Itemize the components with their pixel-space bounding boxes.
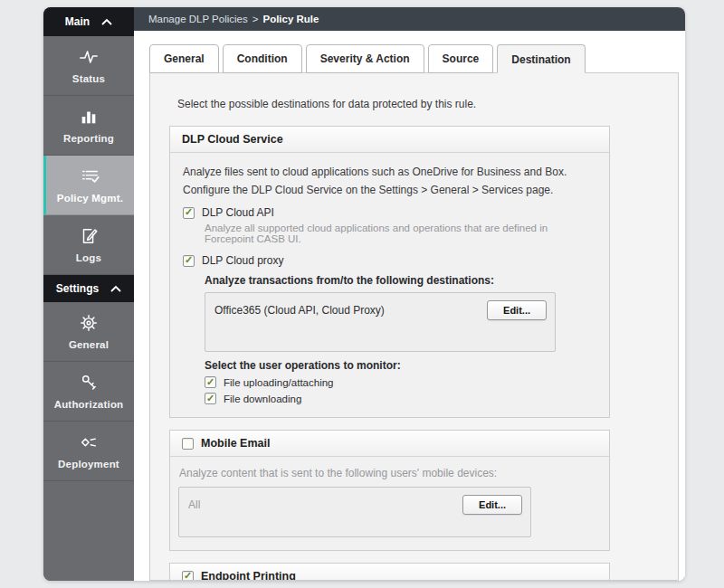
mobile-devices-listbox: All Edit...	[178, 487, 531, 537]
sidebar-item-label: Deployment	[58, 459, 119, 469]
tab-general[interactable]: General	[149, 44, 219, 73]
endpoint-printing-checkbox[interactable]	[182, 571, 194, 582]
sidebar-item-label: Status	[72, 73, 105, 84]
breadcrumb-current: Policy Rule	[262, 14, 319, 24]
cloud-desc-line1: Analyze files sent to cloud applications…	[183, 166, 596, 178]
section-body: Analyze content that is sent to the foll…	[170, 457, 609, 550]
mobile-email-checkbox[interactable]	[182, 438, 194, 450]
note-pencil-icon	[79, 226, 99, 246]
file-downloading-label: File downloading	[224, 394, 301, 404]
proxy-destinations-label: Analyze transactions from/to the followi…	[205, 274, 596, 287]
sidebar-item-label: General	[69, 339, 109, 350]
section-title: Mobile Email	[201, 437, 270, 450]
breadcrumb-parent-link[interactable]: Manage DLP Policies	[148, 14, 248, 24]
tab-bar: General Condition Severity & Action Sour…	[149, 44, 679, 73]
section-title: DLP Cloud Service	[182, 133, 283, 146]
dlp-cloud-proxy-checkbox[interactable]	[183, 255, 195, 267]
breadcrumb: Manage DLP Policies > Policy Rule	[134, 7, 685, 31]
list-check-icon	[81, 166, 100, 186]
section-mobile-email: Mobile Email Analyze content that is sen…	[169, 430, 610, 551]
file-downloading-checkbox[interactable]	[205, 393, 216, 404]
proxy-destination-value: Office365 (Cloud API, Cloud Proxy)	[214, 300, 385, 317]
chevron-up-icon	[110, 285, 121, 292]
file-uploading-label: File uploading/attaching	[224, 377, 333, 388]
section-dlp-cloud-service: DLP Cloud Service Analyze files sent to …	[169, 126, 610, 418]
sidebar-item-authorization[interactable]: Authorization	[43, 362, 134, 422]
sidebar-item-label: Authorization	[54, 399, 124, 410]
mobile-devices-value: All	[188, 495, 200, 511]
sidebar-item-label: Logs	[76, 252, 101, 263]
sidebar-item-status[interactable]: Status	[43, 36, 134, 96]
sidebar-filler	[43, 481, 134, 581]
sidebar: Main Status Reporting Policy Mgmt.	[43, 7, 134, 581]
app-window: Main Status Reporting Policy Mgmt.	[43, 7, 685, 581]
sidebar-group-main-label: Main	[65, 15, 90, 28]
bar-chart-icon	[79, 107, 99, 127]
sidebar-group-settings-label: Settings	[56, 282, 99, 295]
sidebar-item-reporting[interactable]: Reporting	[43, 96, 134, 156]
dlp-cloud-api-checkbox[interactable]	[183, 207, 195, 219]
proxy-destinations-listbox: Office365 (Cloud API, Cloud Proxy) Edit.…	[205, 292, 556, 352]
tab-severity-action[interactable]: Severity & Action	[306, 44, 424, 73]
tab-container: General Condition Severity & Action Sour…	[134, 31, 685, 581]
section-header: Endpoint Printing	[170, 564, 609, 581]
tab-destination[interactable]: Destination	[497, 44, 585, 73]
dlp-cloud-api-row: DLP Cloud API	[183, 206, 596, 219]
sidebar-item-label: Reporting	[63, 133, 114, 144]
deploy-icon	[79, 432, 99, 452]
sidebar-item-policy-mgmt[interactable]: Policy Mgmt.	[43, 156, 134, 215]
breadcrumb-separator: >	[252, 14, 259, 24]
tab-source[interactable]: Source	[428, 44, 494, 73]
dlp-cloud-api-desc: Analyze all supported cloud applications…	[205, 223, 596, 244]
sidebar-group-main[interactable]: Main	[43, 7, 134, 36]
dlp-cloud-proxy-label: DLP Cloud proxy	[202, 254, 284, 267]
edit-mobile-devices-button[interactable]: Edit...	[462, 495, 522, 515]
chevron-up-icon	[101, 18, 112, 25]
tab-condition[interactable]: Condition	[223, 44, 302, 73]
user-operations-label: Select the user operations to monitor:	[205, 359, 596, 372]
edit-destinations-button[interactable]: Edit...	[487, 300, 547, 320]
sidebar-item-logs[interactable]: Logs	[43, 215, 134, 275]
section-title: Endpoint Printing	[201, 570, 296, 581]
section-header: Mobile Email	[170, 431, 609, 457]
file-downloading-row: File downloading	[205, 393, 596, 404]
sidebar-item-deployment[interactable]: Deployment	[43, 422, 134, 481]
sidebar-item-general[interactable]: General	[43, 302, 134, 362]
section-header: DLP Cloud Service	[170, 127, 609, 153]
mobile-email-desc: Analyze content that is sent to the foll…	[179, 467, 600, 479]
gear-icon	[79, 313, 99, 333]
dlp-cloud-api-label: DLP Cloud API	[202, 206, 274, 219]
file-uploading-checkbox[interactable]	[205, 376, 216, 388]
destination-tab-panel: Select the possible destinations for dat…	[149, 72, 679, 581]
section-body: Analyze files sent to cloud applications…	[170, 153, 609, 417]
file-uploading-row: File uploading/attaching	[205, 376, 596, 388]
sidebar-item-label: Policy Mgmt.	[57, 193, 123, 204]
cloud-desc-line2: Configure the DLP Cloud Service on the S…	[183, 184, 596, 196]
dlp-cloud-proxy-row: DLP Cloud proxy	[183, 254, 596, 267]
key-icon	[79, 373, 99, 393]
sidebar-group-settings[interactable]: Settings	[43, 275, 134, 302]
activity-icon	[79, 47, 99, 67]
main-area: Manage DLP Policies > Policy Rule Genera…	[134, 7, 685, 581]
panel-intro-text: Select the possible destinations for dat…	[177, 98, 678, 110]
section-endpoint-printing: Endpoint Printing Analyze files that are…	[169, 563, 610, 581]
